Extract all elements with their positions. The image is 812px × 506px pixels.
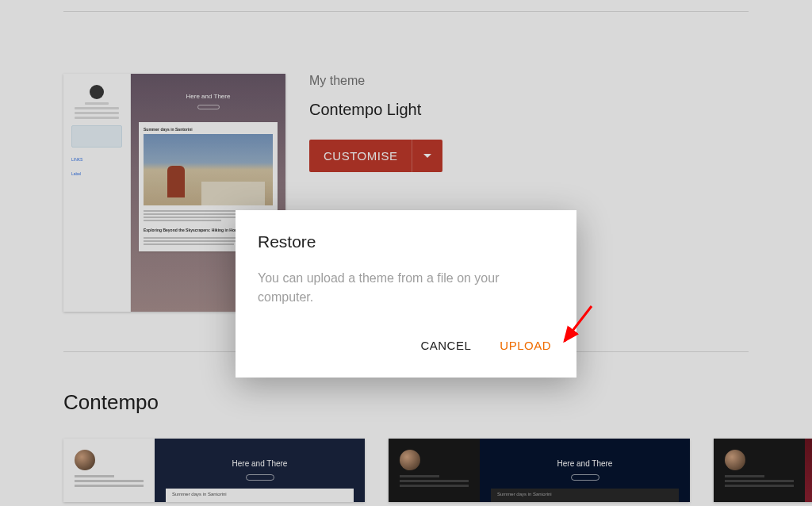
modal-overlay[interactable]: Restore You can upload a theme from a fi…	[0, 0, 812, 506]
restore-dialog: Restore You can upload a theme from a fi…	[236, 210, 576, 378]
dialog-body: You can upload a theme from a file on yo…	[258, 269, 554, 307]
upload-button[interactable]: UPLOAD	[496, 332, 554, 358]
cancel-button[interactable]: CANCEL	[417, 332, 474, 358]
dialog-actions: CANCEL UPLOAD	[258, 332, 554, 368]
dialog-title: Restore	[258, 232, 554, 251]
